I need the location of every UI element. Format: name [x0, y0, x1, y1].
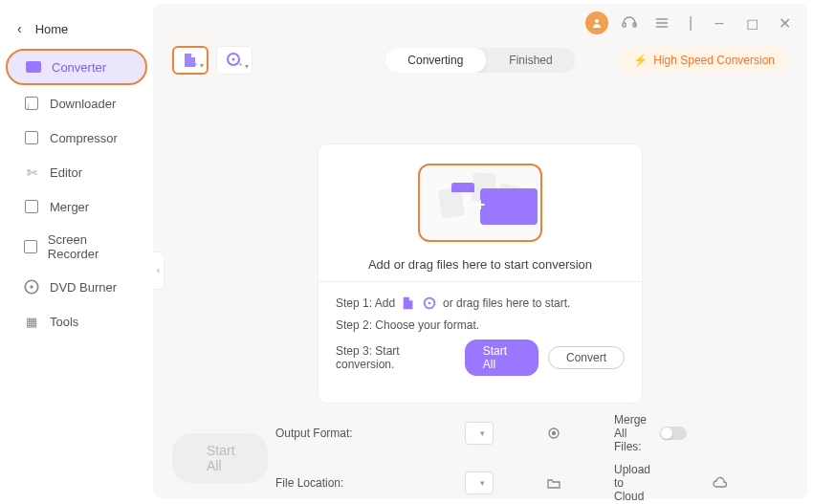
open-folder-icon[interactable] [501, 475, 606, 491]
chevron-down-icon: ▾ [200, 61, 204, 70]
avatar[interactable] [585, 11, 608, 34]
svg-text:+: + [193, 60, 198, 69]
bolt-icon: ⚡ [633, 54, 648, 67]
merge-all-label: Merge All Files: [614, 413, 652, 453]
window-close[interactable]: ✕ [773, 11, 796, 34]
tab-finished[interactable]: Finished [486, 48, 575, 73]
steps-panel: Step 1: Add or drag files here to start.… [319, 281, 642, 376]
chevron-down-icon: ▾ [480, 428, 485, 438]
sidebar-item-label: Screen Recorder [48, 232, 130, 261]
svg-point-2 [595, 19, 599, 23]
window-topbar: | – ◻ ✕ [153, 4, 807, 42]
add-disc-icon: + [226, 52, 243, 69]
chevron-down-icon: ▾ [245, 62, 249, 71]
start-all-main-button[interactable]: Start All [172, 433, 268, 483]
main-panel: ‹ | – ◻ ✕ + ▾ + ▾ Conve [153, 4, 807, 498]
home-label: Home [35, 22, 69, 36]
sidebar-item-label: Converter [52, 60, 106, 75]
upload-cloud-label: Upload to Cloud [614, 463, 652, 503]
sidebar-item-label: DVD Burner [50, 280, 117, 295]
sidebar-item-downloader[interactable]: Downloader [6, 87, 147, 120]
drop-area: + Add or drag files here to start conver… [318, 143, 643, 404]
status-tabs: Converting Finished [385, 48, 575, 73]
svg-point-13 [428, 302, 431, 305]
merger-icon [23, 198, 40, 215]
sidebar-item-editor[interactable]: ✄ Editor [6, 156, 147, 188]
collapse-sidebar-handle[interactable]: ‹ [153, 252, 165, 290]
drop-instruction: Add or drag files here to start conversi… [319, 257, 642, 272]
convert-button[interactable]: Convert [548, 346, 625, 369]
cloud-icon[interactable] [660, 476, 780, 490]
step1-suffix: or drag files here to start. [443, 296, 570, 310]
file-location-select[interactable]: D:\Wondershare UniConverter 1▾ [465, 471, 494, 494]
sidebar-item-label: Downloader [50, 97, 116, 111]
add-file-icon: + [182, 52, 199, 69]
add-file-dropzone[interactable]: + [418, 164, 542, 242]
output-format-select[interactable]: MP4▾ [465, 422, 494, 445]
high-speed-button[interactable]: ⚡ High Speed Conversion [620, 48, 788, 73]
start-all-button[interactable]: Start All [465, 340, 538, 376]
svg-rect-3 [623, 23, 626, 27]
add-disc-icon [422, 296, 437, 311]
compressor-icon [23, 129, 40, 146]
merge-all-toggle[interactable] [660, 427, 687, 440]
sidebar-item-label: Compressor [50, 131, 118, 145]
file-location-value: D:\Wondershare UniConverter 1 [473, 476, 474, 490]
step-2: Step 2: Choose your format. [336, 318, 625, 332]
svg-point-10 [232, 58, 235, 61]
sidebar-item-converter[interactable]: Converter [6, 49, 147, 85]
sidebar-item-compressor[interactable]: Compressor [6, 121, 147, 154]
divider: | [683, 11, 698, 34]
sidebar-item-merger[interactable]: Merger [6, 190, 147, 223]
dvd-burner-icon [23, 278, 40, 296]
converter-icon [25, 58, 42, 76]
back-icon: ‹ [17, 21, 22, 36]
toolbar: + ▾ + ▾ Converting Finished ⚡ High Speed… [153, 42, 807, 86]
sidebar-item-tools[interactable]: ▦ Tools [6, 305, 147, 338]
step1-prefix: Step 1: Add [336, 296, 395, 310]
step-1: Step 1: Add or drag files here to start. [336, 296, 625, 311]
bottom-bar: Output Format: MP4▾ Merge All Files: Sta… [153, 404, 807, 504]
home-nav[interactable]: ‹ Home [0, 10, 153, 48]
folder-plus-icon: + [451, 181, 509, 225]
tools-icon: ▦ [23, 313, 40, 330]
menu-icon[interactable] [650, 11, 673, 34]
sidebar-item-dvd-burner[interactable]: DVD Burner [6, 271, 147, 303]
downloader-icon [23, 95, 40, 112]
sidebar-item-label: Merger [50, 200, 89, 214]
svg-text:+: + [238, 60, 243, 69]
screen-recorder-icon [23, 238, 38, 255]
step-3: Step 3: Start conversion. Start All Conv… [336, 340, 625, 376]
add-file-icon [401, 296, 416, 311]
step3-label: Step 3: Start conversion. [336, 344, 455, 371]
support-icon[interactable] [618, 11, 641, 34]
sidebar-item-label: Tools [50, 315, 78, 329]
tab-converting[interactable]: Converting [385, 48, 486, 73]
output-format-label: Output Format: [275, 427, 457, 440]
svg-point-1 [30, 285, 33, 288]
output-format-value: MP4 [473, 427, 474, 440]
add-file-button[interactable]: + ▾ [172, 46, 209, 75]
editor-icon: ✄ [23, 164, 40, 181]
window-maximize[interactable]: ◻ [740, 11, 763, 34]
window-minimize[interactable]: – [708, 11, 731, 34]
svg-point-15 [553, 432, 556, 435]
chevron-down-icon: ▾ [480, 478, 485, 488]
sidebar: ‹ Home Converter Downloader Compressor ✄… [0, 0, 153, 504]
high-speed-label: High Speed Conversion [653, 54, 775, 67]
sidebar-item-screen-recorder[interactable]: Screen Recorder [6, 225, 147, 269]
output-settings-icon[interactable] [501, 426, 606, 441]
file-location-label: File Location: [275, 476, 457, 490]
add-disc-button[interactable]: + ▾ [216, 46, 253, 75]
sidebar-item-label: Editor [50, 165, 82, 180]
